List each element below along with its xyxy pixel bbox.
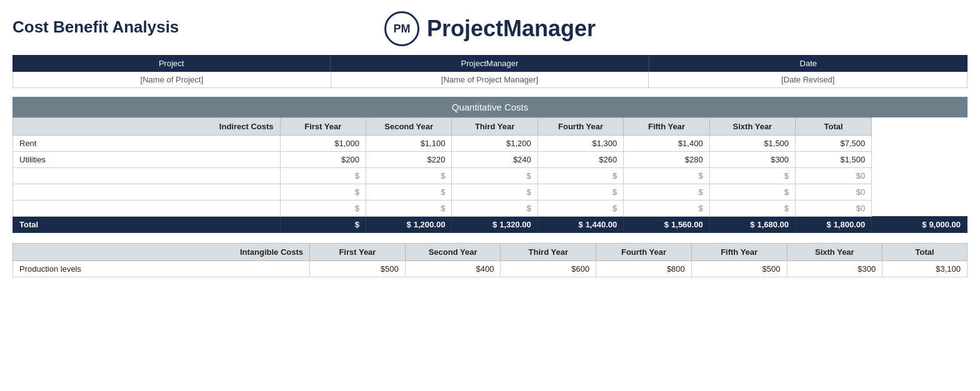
- row-val: $: [280, 184, 366, 200]
- row-val: $1,200: [452, 136, 538, 152]
- row-val: $: [709, 168, 795, 184]
- row-total: $3,100: [882, 261, 968, 277]
- indirect-costs-col-header: Indirect Costs: [13, 118, 281, 136]
- row-val: $600: [501, 261, 596, 277]
- row-total: $7,500: [796, 136, 872, 152]
- row-val: $280: [624, 152, 709, 168]
- row-val: $800: [596, 261, 692, 277]
- row-val: $500: [691, 261, 787, 277]
- col-total: Total: [796, 118, 872, 136]
- row-val: $: [538, 200, 623, 217]
- row-val: $: [452, 200, 538, 217]
- row-val: $1,500: [709, 136, 795, 152]
- row-val: $: [366, 168, 451, 184]
- info-bar: Project ProjectManager Date: [12, 55, 968, 72]
- row-label: Utilities: [13, 152, 281, 168]
- col-first-year: First Year: [280, 118, 366, 136]
- page-container: Cost Benefit Analysis PM ProjectManager …: [0, 0, 980, 391]
- col-sixth-year: Sixth Year: [709, 118, 795, 136]
- row-val: $1,000: [280, 136, 366, 152]
- quantitative-costs-header: Quantitative Costs: [12, 97, 968, 117]
- row-val: $: [452, 184, 538, 200]
- intangible-col-sixth-year: Sixth Year: [787, 244, 882, 261]
- intangible-col-total: Total: [882, 244, 968, 261]
- row-val: $: [538, 168, 623, 184]
- row-val: $300: [787, 261, 882, 277]
- col-third-year: Third Year: [452, 118, 538, 136]
- row-total: $0: [796, 184, 872, 200]
- total-val: $1,800.00: [796, 217, 872, 233]
- row-label: Rent: [13, 136, 281, 152]
- info-bar-project-label: Project: [12, 55, 331, 72]
- total-val: $1,200.00: [366, 217, 451, 233]
- table-row: $ $ $ $ $ $ $0: [13, 200, 968, 217]
- pm-name-value: [Name of Project Manager]: [331, 72, 649, 87]
- row-label: [13, 184, 281, 200]
- row-label: Production levels: [13, 261, 310, 277]
- info-bar-pm-label: ProjectManager: [331, 55, 649, 72]
- table-row: $ $ $ $ $ $ $0: [13, 168, 968, 184]
- indirect-costs-table: Indirect Costs First Year Second Year Th…: [12, 117, 968, 233]
- row-val: $240: [452, 152, 538, 168]
- total-row: Total$$1,200.00$1,320.00$1,440.00$1,560.…: [13, 217, 968, 233]
- logo-area: PM ProjectManager: [384, 11, 596, 46]
- total-val: $1,440.00: [538, 217, 623, 233]
- row-val: $: [366, 184, 451, 200]
- row-total: $0: [796, 168, 872, 184]
- intangible-col-second-year: Second Year: [405, 244, 501, 261]
- total-val: $1,560.00: [624, 217, 709, 233]
- row-val: $500: [310, 261, 406, 277]
- table-row: Rent $1,000 $1,100 $1,200 $1,300 $1,400 …: [13, 136, 968, 152]
- row-label: [13, 168, 281, 184]
- row-val: $1,400: [624, 136, 709, 152]
- row-val: $1,300: [538, 136, 623, 152]
- total-val: $1,680.00: [709, 217, 795, 233]
- row-val: $: [709, 184, 795, 200]
- top-header: Cost Benefit Analysis PM ProjectManager: [12, 6, 968, 49]
- row-val: $: [624, 168, 709, 184]
- table-row: Utilities $200 $220 $240 $260 $280 $300 …: [13, 152, 968, 168]
- row-val: $: [366, 200, 451, 217]
- row-val: $: [538, 184, 623, 200]
- logo-name: ProjectManager: [427, 16, 596, 42]
- row-val: $: [280, 168, 366, 184]
- row-val: $400: [405, 261, 501, 277]
- info-values: [Name of Project] [Name of Project Manag…: [12, 72, 968, 88]
- col-fifth-year: Fifth Year: [624, 118, 709, 136]
- intangible-costs-table: Intangible Costs First Year Second Year …: [12, 243, 968, 277]
- row-val: $260: [538, 152, 623, 168]
- project-name-value: [Name of Project]: [13, 72, 331, 87]
- row-val: $: [709, 200, 795, 217]
- row-val: $200: [280, 152, 366, 168]
- row-val: $: [624, 184, 709, 200]
- table-row: $ $ $ $ $ $ $0: [13, 184, 968, 200]
- row-val: $: [452, 168, 538, 184]
- intangible-col-first-year: First Year: [310, 244, 406, 261]
- total-label: Total: [13, 217, 281, 233]
- info-bar-date-label: Date: [649, 55, 968, 72]
- row-total: $1,500: [796, 152, 872, 168]
- total-dollar-prefix: $: [280, 217, 366, 233]
- date-value: [Date Revised]: [649, 72, 967, 87]
- row-val: $300: [709, 152, 795, 168]
- col-second-year: Second Year: [366, 118, 451, 136]
- row-total: $0: [796, 200, 872, 217]
- total-val: $1,320.00: [452, 217, 538, 233]
- table-spacer: [12, 233, 968, 243]
- row-val: $1,100: [366, 136, 451, 152]
- intangible-col-fourth-year: Fourth Year: [596, 244, 692, 261]
- logo-circle-icon: PM: [384, 11, 419, 46]
- row-label: [13, 200, 281, 217]
- table-row: Production levels $500 $400 $600 $800 $5…: [13, 261, 968, 277]
- intangible-col-third-year: Third Year: [501, 244, 596, 261]
- intangible-col-fifth-year: Fifth Year: [691, 244, 787, 261]
- row-val: $: [624, 200, 709, 217]
- col-fourth-year: Fourth Year: [538, 118, 623, 136]
- intangible-costs-col-header: Intangible Costs: [13, 244, 310, 261]
- row-val: $220: [366, 152, 451, 168]
- total-val: $9,000.00: [872, 217, 968, 233]
- row-val: $: [280, 200, 366, 217]
- page-title: Cost Benefit Analysis: [12, 18, 179, 37]
